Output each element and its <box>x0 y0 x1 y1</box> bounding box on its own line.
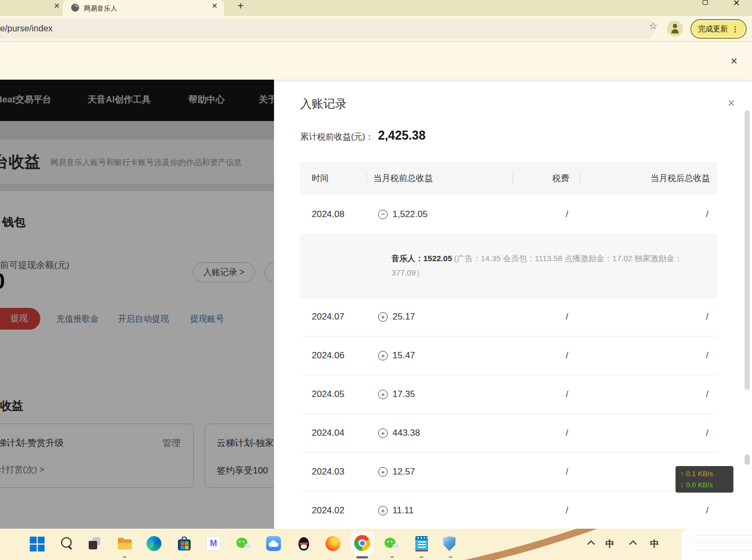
modal-scrollbar[interactable] <box>745 110 750 390</box>
bookmark-star-icon[interactable]: ☆ <box>649 20 657 32</box>
tab-netease-musician[interactable]: 网易音乐人 ✕ <box>63 0 224 16</box>
row-amount: 11.11 <box>392 505 414 516</box>
wechat-running-indicator <box>390 556 394 558</box>
expand-toggle-icon[interactable]: + <box>378 467 388 477</box>
detail-main: 音乐人：1522.05 <box>391 254 452 263</box>
ime-indicator[interactable]: 中 <box>650 538 659 550</box>
table-row[interactable]: 2024.06 + 15.47 / / <box>300 336 717 375</box>
row-aftertax: / <box>580 312 717 322</box>
netease-cloud-icon[interactable] <box>266 536 281 551</box>
m-app-icon[interactable]: M <box>206 536 221 551</box>
window-restore-icon[interactable] <box>703 0 708 5</box>
records-table: 时间 当月税前总收益 税费 当月税后总收益 2024.08 − 1,522.05… <box>300 162 717 529</box>
search-icon[interactable] <box>59 536 75 552</box>
row-aftertax: / <box>580 209 717 220</box>
download-speed: ↓ 0.0 KB/s <box>680 479 733 490</box>
row-date: 2024.04 <box>300 428 366 438</box>
explorer-running-indicator <box>123 556 126 558</box>
new-tab-button[interactable]: + <box>237 0 244 12</box>
browser-menu-icon[interactable]: ⋮ <box>732 25 739 33</box>
row-aftertax: / <box>580 389 717 400</box>
address-bar[interactable]: e/purse/index <box>0 19 655 39</box>
row-date: 2024.05 <box>300 389 366 400</box>
summary-row: 累计税前收益(元)： 2,425.38 <box>300 128 425 143</box>
header-divider <box>512 171 513 186</box>
row-detail-breakdown: 音乐人：1522.05(广告：14.35 会员包：1113.58 点播激励金：1… <box>300 234 717 297</box>
row-amount: 17.35 <box>392 389 415 400</box>
summary-label: 累计税前收益(元)： <box>300 132 374 143</box>
row-tax: / <box>512 389 580 400</box>
wechat-secondary-icon[interactable] <box>384 536 400 552</box>
tray-flyout-panel <box>681 529 752 560</box>
chrome-active-slot[interactable] <box>351 531 374 555</box>
row-date: 2024.08 <box>300 209 366 220</box>
table-row[interactable]: 2024.02 + 11.11 / / <box>300 491 717 529</box>
qq-icon[interactable] <box>296 536 312 552</box>
tab2-close-icon[interactable]: ✕ <box>211 2 218 10</box>
modal-dim-overlay <box>0 80 274 529</box>
table-row[interactable]: 2024.04 + 443.38 / / <box>300 413 717 452</box>
file-explorer-icon[interactable] <box>117 536 133 552</box>
row-amount-cell: + 443.38 <box>366 428 512 438</box>
table-row[interactable]: 2024.03 + 12.57 / / <box>300 452 717 491</box>
row-date: 2024.03 <box>300 467 366 477</box>
expand-toggle-icon[interactable]: + <box>378 428 388 438</box>
profile-avatar[interactable] <box>667 21 683 37</box>
table-row[interactable]: 2024.07 + 25.17 / / <box>300 297 717 336</box>
row-tax: / <box>512 209 580 220</box>
chrome-running-indicator <box>356 556 368 558</box>
tab1-close-icon[interactable]: ✕ <box>54 2 60 10</box>
row-tax: / <box>512 350 580 361</box>
microsoft-store-icon[interactable] <box>176 536 192 552</box>
summary-value: 2,425.38 <box>378 128 426 143</box>
header-divider <box>366 171 367 186</box>
chrome-update-button[interactable]: 完成更新 ⋮ <box>690 19 747 39</box>
edge-icon[interactable] <box>147 536 161 551</box>
network-speed-overlay: ↑ 0.1 KB/s ↓ 0.0 KB/s <box>676 466 733 493</box>
row-tax: / <box>512 467 580 477</box>
chrome-update-label: 完成更新 <box>698 24 728 34</box>
expand-toggle-icon[interactable]: − <box>378 210 388 219</box>
inner-scrollbar[interactable] <box>745 454 750 465</box>
table-row[interactable]: 2024.08 − 1,522.05 / / <box>300 195 717 234</box>
task-view-icon[interactable] <box>87 536 103 552</box>
browser-tabstrip: ✕ 网易音乐人 ✕ + ✕ <box>0 0 752 16</box>
windows-start-icon[interactable] <box>29 536 45 552</box>
notepad-running-indicator <box>420 556 423 558</box>
income-records-modal: ✕ 入账记录 累计税前收益(元)： 2,425.38 时间 当月税前总收益 税费… <box>274 80 752 529</box>
expand-toggle-icon[interactable]: + <box>378 506 388 515</box>
row-amount-cell: − 1,522.05 <box>366 209 512 220</box>
wechat-icon[interactable] <box>236 536 252 552</box>
row-aftertax: / <box>580 350 717 361</box>
notepad-icon[interactable] <box>414 536 430 552</box>
row-amount-cell: + 15.47 <box>366 350 512 361</box>
row-tax: / <box>512 428 580 438</box>
ime-indicator[interactable]: 中 <box>605 538 614 550</box>
table-row[interactable]: 2024.05 + 17.35 / / <box>300 375 717 413</box>
url-text: e/purse/index <box>0 23 53 33</box>
row-amount-cell: + 17.35 <box>366 389 512 400</box>
firefox-icon[interactable] <box>326 536 340 551</box>
header-tax: 税费 <box>512 173 580 184</box>
table-header: 时间 当月税前总收益 税费 当月税后总收益 <box>300 162 717 195</box>
window-close-icon[interactable]: ✕ <box>733 0 740 8</box>
row-amount: 1,522.05 <box>392 209 428 220</box>
upload-speed: ↑ 0.1 KB/s <box>680 468 733 479</box>
browser-infobar: ✕ <box>0 41 752 80</box>
row-amount: 25.17 <box>392 312 415 322</box>
row-amount-cell: + 11.11 <box>366 505 512 516</box>
expand-toggle-icon[interactable]: + <box>378 312 388 322</box>
modal-title: 入账记录 <box>300 96 347 112</box>
infobar-close-icon[interactable]: ✕ <box>730 56 738 67</box>
wallpaper-curve <box>0 529 752 560</box>
row-tax: / <box>512 312 580 322</box>
header-pretax: 当月税前总收益 <box>366 173 512 184</box>
expand-toggle-icon[interactable]: + <box>378 390 388 399</box>
chrome-icon[interactable] <box>354 535 370 551</box>
modal-close-icon[interactable]: ✕ <box>727 97 736 109</box>
row-amount-cell: + 25.17 <box>366 312 512 322</box>
expand-toggle-icon[interactable]: + <box>378 351 388 360</box>
header-date: 时间 <box>300 173 366 184</box>
row-amount-cell: + 12.57 <box>366 467 512 477</box>
row-amount: 15.47 <box>392 350 415 361</box>
